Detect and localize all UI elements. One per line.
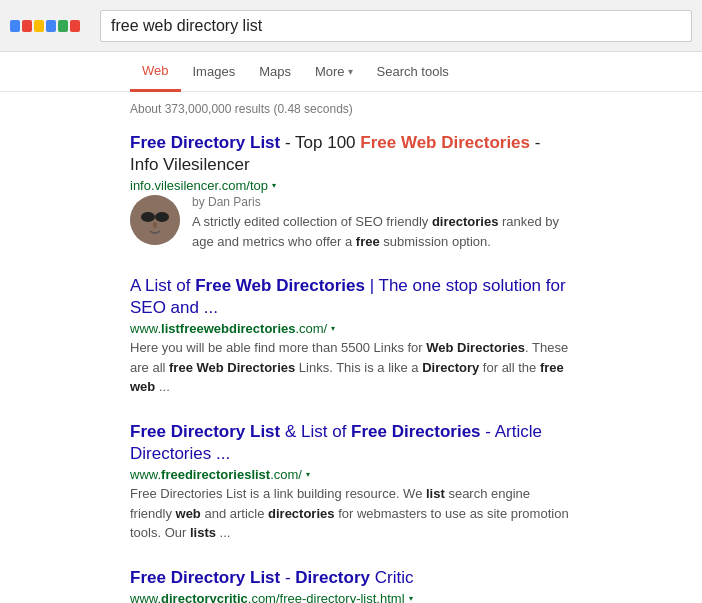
- result-url: www.freedirectorieslist.com/ ▾: [130, 467, 572, 482]
- nav-item-images[interactable]: Images: [181, 52, 248, 92]
- results-count: About 373,000,000 results (0.48 seconds): [130, 102, 572, 116]
- result-title: Free Directory List & List of Free Direc…: [130, 421, 572, 465]
- result-byline: by Dan Paris: [192, 195, 572, 209]
- header: [0, 0, 702, 52]
- nav-item-more[interactable]: More ▾: [303, 52, 365, 92]
- result-snippet: Here you will be able find more than 550…: [130, 338, 572, 397]
- search-nav: Web Images Maps More ▾ Search tools: [0, 52, 702, 92]
- search-result: Free Directory List & List of Free Direc…: [130, 421, 572, 543]
- result-url: info.vilesilencer.com/top ▾: [130, 178, 572, 193]
- more-dropdown-arrow: ▾: [348, 66, 353, 77]
- result-link[interactable]: Free Directory List - Directory Critic: [130, 568, 413, 587]
- search-input[interactable]: [100, 10, 692, 42]
- result-snippet: A strictly edited collection of SEO frie…: [192, 212, 572, 251]
- result-title: Free Directory List - Top 100 Free Web D…: [130, 132, 572, 176]
- result-thumbnail: [130, 195, 180, 245]
- nav-item-web[interactable]: Web: [130, 52, 181, 92]
- svg-point-0: [130, 195, 180, 245]
- svg-point-1: [141, 212, 155, 222]
- nav-item-search-tools[interactable]: Search tools: [365, 52, 461, 92]
- result-url: www.directorycritic.com/free-directory-l…: [130, 591, 572, 603]
- search-result: Free Directory List - Directory Critic w…: [130, 567, 572, 603]
- google-logo: [10, 8, 90, 43]
- url-dropdown-arrow[interactable]: ▾: [331, 324, 335, 333]
- url-dropdown-arrow[interactable]: ▾: [306, 470, 310, 479]
- result-link[interactable]: Free Directory List & List of Free Direc…: [130, 422, 542, 463]
- result-title: A List of Free Web Directories | The one…: [130, 275, 572, 319]
- result-body: by Dan Paris A strictly edited collectio…: [130, 195, 572, 251]
- url-dropdown-arrow[interactable]: ▾: [272, 181, 276, 190]
- result-snippet: Free Directories List is a link building…: [130, 484, 572, 543]
- nav-item-maps[interactable]: Maps: [247, 52, 303, 92]
- search-result: A List of Free Web Directories | The one…: [130, 275, 572, 397]
- svg-point-2: [155, 212, 169, 222]
- search-result: Free Directory List - Top 100 Free Web D…: [130, 132, 572, 251]
- result-link[interactable]: Free Directory List - Top 100 Free Web D…: [130, 133, 540, 174]
- result-url: www.listfreewebdirectories.com/ ▾: [130, 321, 572, 336]
- results-area: About 373,000,000 results (0.48 seconds)…: [0, 92, 702, 603]
- result-title: Free Directory List - Directory Critic: [130, 567, 572, 589]
- svg-point-4: [153, 222, 157, 228]
- result-snippet-block: by Dan Paris A strictly edited collectio…: [192, 195, 572, 251]
- url-dropdown-arrow[interactable]: ▾: [409, 594, 413, 603]
- result-link[interactable]: A List of Free Web Directories | The one…: [130, 276, 566, 317]
